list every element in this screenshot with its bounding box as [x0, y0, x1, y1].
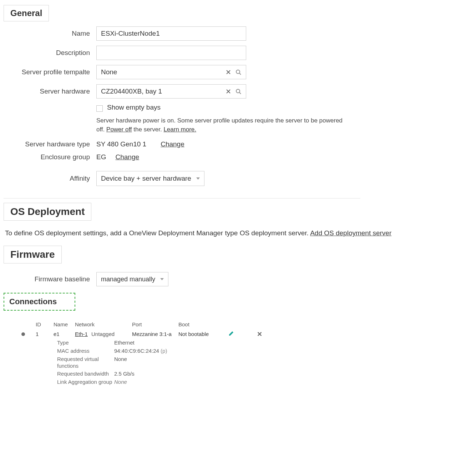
search-icon[interactable]: [235, 69, 242, 75]
name-label: Name: [4, 30, 96, 37]
row-name: e1: [54, 331, 75, 337]
change-enclosure-group-link[interactable]: Change: [115, 153, 139, 161]
table-row: 1 e1 Eth-1 Untagged Mezzanine 3:1-a Not …: [21, 330, 472, 337]
firmware-baseline-value: managed manually: [101, 276, 155, 283]
status-dot-icon: [21, 332, 25, 336]
row-id: 1: [36, 331, 54, 337]
description-label: Description: [4, 49, 96, 57]
detail-rvf-value: None: [114, 356, 200, 370]
row-network-tag: Untagged: [91, 331, 115, 337]
server-hardware-input[interactable]: CZ204400XB, bay 1: [96, 84, 246, 99]
svg-point-2: [236, 89, 240, 93]
power-hint-text: Server hardware power is on. Some server…: [96, 116, 346, 134]
power-off-link[interactable]: Power off: [106, 126, 132, 133]
svg-line-1: [239, 73, 241, 75]
firmware-baseline-label: Firmware baseline: [4, 275, 96, 283]
firmware-baseline-select[interactable]: managed manually: [96, 272, 168, 286]
detail-lag-label: Link Aggregation group: [57, 379, 114, 386]
detail-type-value: Ethernet: [114, 340, 200, 346]
detail-rvf-label: Requested virtual functions: [57, 356, 114, 370]
col-id: ID: [36, 321, 54, 327]
server-profile-template-value: None: [101, 68, 117, 76]
description-input[interactable]: [96, 46, 246, 60]
name-input[interactable]: ESXi-ClusterNode1: [96, 26, 246, 41]
affinity-select[interactable]: Device bay + server hardware: [96, 171, 204, 186]
clear-icon[interactable]: [225, 69, 232, 75]
col-port: Port: [132, 321, 178, 327]
show-empty-bays-checkbox[interactable]: [96, 105, 103, 112]
os-deployment-text: To define OS deployment settings, add a …: [5, 229, 310, 237]
server-hardware-label: Server hardware: [4, 87, 96, 95]
show-empty-bays-label: Show empty bays: [107, 104, 161, 111]
change-hardware-type-link[interactable]: Change: [161, 140, 184, 148]
section-heading-os-deployment: OS Deployment: [4, 203, 91, 221]
search-icon[interactable]: [235, 88, 242, 95]
enclosure-group-value: EG: [96, 153, 106, 161]
server-hardware-type-value: SY 480 Gen10 1: [96, 140, 146, 148]
col-network: Network: [75, 321, 132, 327]
section-heading-firmware: Firmware: [4, 246, 62, 263]
detail-mac-value: 94:40:C9:6C:24:24 (p): [114, 348, 200, 355]
delete-icon[interactable]: ✕: [257, 330, 263, 337]
clear-icon[interactable]: [225, 88, 232, 95]
col-boot: Boot: [178, 321, 228, 327]
detail-type-label: Type: [57, 340, 114, 346]
row-boot: Not bootable: [178, 331, 228, 337]
name-input-value: ESXi-ClusterNode1: [101, 30, 160, 37]
row-network-link[interactable]: Eth-1: [75, 331, 88, 337]
server-hardware-type-label: Server hardware type: [4, 140, 96, 148]
section-heading-connections: Connections: [4, 293, 75, 311]
affinity-value: Device bay + server hardware: [101, 175, 191, 182]
detail-rbw-value: 2.5 Gb/s: [114, 371, 200, 377]
add-os-deployment-server-link[interactable]: Add OS deployment server: [310, 229, 391, 237]
detail-rbw-label: Requested bandwidth: [57, 371, 114, 377]
learn-more-link[interactable]: Learn more.: [163, 126, 196, 133]
row-port: Mezzanine 3:1-a: [132, 331, 178, 337]
detail-mac-label: MAC address: [57, 348, 114, 355]
affinity-label: Affinity: [4, 175, 96, 182]
server-profile-template-input[interactable]: None: [96, 65, 246, 79]
server-profile-template-label: Server profile tempalte: [4, 68, 96, 76]
svg-point-0: [236, 70, 240, 74]
enclosure-group-label: Enclosure group: [4, 153, 96, 161]
col-name: Name: [54, 321, 75, 327]
edit-icon[interactable]: [228, 331, 235, 337]
server-hardware-value: CZ204400XB, bay 1: [101, 87, 162, 95]
detail-lag-value: None: [114, 379, 200, 386]
section-heading-general: General: [4, 5, 49, 21]
svg-line-3: [239, 92, 241, 94]
